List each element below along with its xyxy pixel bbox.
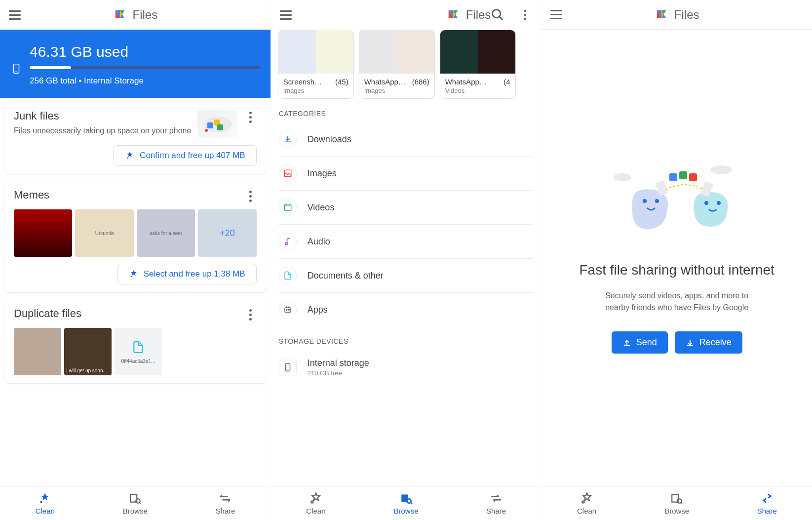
card-subtitle: Files unnecessarily taking up space on y… xyxy=(14,125,193,136)
browse-content: Screensh…(45) Images WhatsApp…(686) Imag… xyxy=(271,30,541,486)
confirm-free-button[interactable]: Confirm and free up 407 MB xyxy=(114,145,257,166)
nav-clean[interactable]: Clean xyxy=(271,487,361,520)
svg-point-31 xyxy=(704,201,708,205)
nav-label: Browse xyxy=(123,507,148,515)
header-title: Files xyxy=(674,8,699,22)
nav-label: Browse xyxy=(664,507,689,515)
document-icon xyxy=(279,267,297,284)
svg-point-6 xyxy=(205,129,208,132)
storage-bar xyxy=(30,66,260,69)
svg-point-32 xyxy=(717,201,721,205)
svg-point-19 xyxy=(286,307,287,308)
category-downloads[interactable]: Downloads xyxy=(279,122,534,157)
collection-name: Screensh… xyxy=(283,78,322,86)
menu-button[interactable] xyxy=(9,8,23,22)
search-icon[interactable] xyxy=(491,8,504,22)
nav-browse[interactable]: Browse xyxy=(361,487,451,520)
nav-label: Browse xyxy=(394,507,419,515)
button-label: Select and free up 1.38 MB xyxy=(144,269,245,279)
category-images[interactable]: Images xyxy=(279,157,534,191)
svg-rect-18 xyxy=(285,308,291,312)
card-memes: Memes Acer Nitro 5 AN515-43- Urkunde ask… xyxy=(4,180,267,292)
share-content: Fast file sharing without internet Secur… xyxy=(541,30,812,486)
screen-share: Files xyxy=(541,0,812,520)
collection-card[interactable]: Screensh…(45) Images xyxy=(278,30,354,99)
header: Files xyxy=(0,0,271,30)
screen-clean: Files 46.31 GB used 256 GB total • Inter… xyxy=(0,0,271,520)
collection-count: (45) xyxy=(335,78,348,86)
collection-card[interactable]: WhatsApp…(4 Videos xyxy=(440,30,516,99)
nav-browse[interactable]: Browse xyxy=(632,487,722,520)
storage-banner: 46.31 GB used 256 GB total • Internal St… xyxy=(0,30,271,98)
apps-icon xyxy=(279,301,297,319)
thumbnail[interactable]: I will get up soon. xyxy=(64,328,112,375)
select-free-button[interactable]: Select and free up 1.38 MB xyxy=(117,264,257,284)
collection-type: Videos xyxy=(445,87,510,94)
card-menu-button[interactable] xyxy=(245,110,257,125)
card-menu-button[interactable] xyxy=(245,307,257,322)
image-icon xyxy=(279,164,297,182)
card-menu-button[interactable] xyxy=(245,189,257,204)
svg-point-14 xyxy=(524,18,527,20)
video-icon xyxy=(279,199,297,216)
app-logo-icon xyxy=(113,8,127,22)
nav-label: Share xyxy=(757,507,777,515)
card-title: Junk files xyxy=(14,110,193,122)
svg-point-7 xyxy=(127,158,128,159)
svg-point-26 xyxy=(407,499,411,503)
storage-used: 46.31 GB used xyxy=(30,43,260,60)
nav-clean[interactable]: Clean xyxy=(0,487,90,520)
receive-button[interactable]: Receive xyxy=(675,331,742,354)
svg-point-13 xyxy=(524,14,527,16)
category-name: Downloads xyxy=(308,134,351,145)
screen-browse: Files Screensh…(45) Images WhatsApp…(686… xyxy=(271,0,542,520)
menu-button[interactable] xyxy=(550,8,564,22)
collection-card[interactable]: WhatsApp…(686) Images xyxy=(359,30,435,99)
storage-internal[interactable]: Internal storage 210 GB free xyxy=(271,350,541,385)
more-icon[interactable] xyxy=(518,8,532,22)
phone-icon xyxy=(11,63,22,76)
nav-share[interactable]: Share xyxy=(180,487,271,520)
nav-share[interactable]: Share xyxy=(451,487,541,520)
nav-label: Clean xyxy=(36,507,55,515)
share-illustration xyxy=(608,162,746,246)
collection-name: WhatsApp… xyxy=(445,78,487,86)
nav-clean[interactable]: Clean xyxy=(541,487,632,520)
thumbnail[interactable]: asks for a seat xyxy=(137,209,195,257)
svg-rect-16 xyxy=(284,205,291,211)
share-description: Securely send videos, apps, and more to … xyxy=(598,290,756,314)
category-apps[interactable]: Apps xyxy=(279,293,534,326)
card-title: Duplicate files xyxy=(14,307,240,320)
clean-content: 46.31 GB used 256 GB total • Internal St… xyxy=(0,30,271,486)
thumbnail-document[interactable]: 0ff44ac5a3e1... xyxy=(115,328,162,375)
category-name: Videos xyxy=(308,202,335,213)
app-logo-icon xyxy=(655,8,668,22)
svg-point-38 xyxy=(582,501,584,503)
svg-point-25 xyxy=(311,501,313,503)
collection-type: Images xyxy=(283,87,348,94)
category-audio[interactable]: Audio xyxy=(279,225,534,259)
category-name: Images xyxy=(308,168,337,179)
svg-point-9 xyxy=(40,501,42,503)
bottom-nav: Clean Browse Share xyxy=(271,486,541,520)
svg-point-11 xyxy=(493,10,501,18)
category-videos[interactable]: Videos xyxy=(279,191,534,225)
category-documents[interactable]: Documents & other xyxy=(279,259,534,293)
header: Files xyxy=(541,0,812,30)
thumbnail[interactable]: Acer Nitro 5 AN515-43- xyxy=(14,209,72,257)
audio-icon xyxy=(279,233,297,250)
send-button[interactable]: Send xyxy=(612,331,668,354)
thumbnail[interactable] xyxy=(14,328,61,375)
download-icon xyxy=(279,130,297,148)
svg-point-21 xyxy=(286,309,287,310)
nav-browse[interactable]: Browse xyxy=(90,487,181,520)
svg-point-8 xyxy=(130,276,132,278)
storage-total: 256 GB total • Internal Storage xyxy=(30,76,260,86)
thumbnail[interactable]: Urkunde xyxy=(75,209,133,257)
bottom-nav: Clean Browse Share xyxy=(0,486,271,520)
thumbnail-more[interactable]: +20 xyxy=(198,209,256,257)
nav-label: Share xyxy=(486,507,506,515)
nav-share[interactable]: Share xyxy=(722,487,812,520)
menu-button[interactable] xyxy=(280,8,294,22)
nav-label: Clean xyxy=(306,507,325,515)
